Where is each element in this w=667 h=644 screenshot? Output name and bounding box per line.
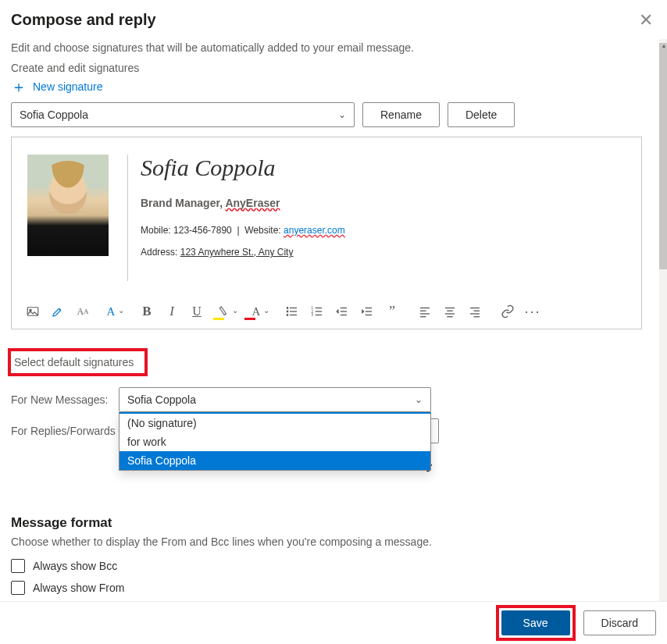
page-subtitle: Edit and choose signatures that will be …: [11, 41, 656, 54]
checkbox-label: Always show From: [33, 582, 124, 594]
signature-editor-content[interactable]: Sofia Coppola Brand Manager, AnyEraser M…: [20, 142, 632, 294]
link-icon[interactable]: [498, 301, 518, 322]
for-new-label: For New Messages:: [11, 393, 119, 406]
chevron-down-icon: ⌄: [338, 109, 346, 120]
always-show-bcc-checkbox[interactable]: Always show Bcc: [11, 559, 656, 573]
new-signature-label: New signature: [33, 80, 103, 93]
message-format-heading: Message format: [11, 515, 656, 531]
avatar: [27, 155, 109, 256]
divider: [11, 507, 656, 509]
close-icon[interactable]: ✕: [636, 12, 656, 29]
checkbox-label: Always show Bcc: [33, 560, 117, 572]
checkbox-icon: [11, 581, 25, 595]
save-button[interactable]: Save: [501, 610, 570, 635]
page-title: Compose and reply: [11, 11, 156, 29]
align-left-icon[interactable]: [415, 301, 435, 322]
signature-name: Sofia Coppola: [141, 155, 626, 181]
divider: [11, 34, 656, 35]
quote-icon[interactable]: ”: [382, 301, 402, 322]
signature-editor[interactable]: Sofia Coppola Brand Manager, AnyEraser M…: [11, 137, 642, 329]
dropdown-option[interactable]: (No signature): [119, 414, 430, 432]
signature-role: Brand Manager, AnyEraser: [141, 197, 626, 209]
number-list-icon[interactable]: 123: [307, 301, 327, 322]
discard-button[interactable]: Discard: [583, 610, 656, 635]
new-messages-select[interactable]: Sofia Coppola ⌄: [119, 387, 431, 412]
bullet-list-icon[interactable]: [282, 301, 302, 322]
highlight-box: Save: [496, 605, 576, 641]
create-edit-label: Create and edit signatures: [11, 62, 656, 74]
scrollbar-thumb[interactable]: [659, 43, 667, 269]
font-size-icon[interactable]: AA: [73, 301, 93, 322]
highlight-box: Select default signatures: [8, 348, 148, 376]
footer: Save Discard: [0, 601, 667, 644]
delete-button[interactable]: Delete: [448, 102, 515, 127]
font-color-icon[interactable]: A: [243, 301, 269, 322]
signature-select[interactable]: Sofia Coppola ⌄: [11, 102, 355, 127]
indent-icon[interactable]: [357, 301, 377, 322]
svg-point-5: [287, 308, 288, 309]
signature-contact: Mobile: 123-456-7890 | Website: anyerase…: [141, 225, 626, 236]
highlighter-icon[interactable]: [48, 301, 68, 322]
dropdown-option[interactable]: for work: [119, 432, 430, 451]
rename-button[interactable]: Rename: [362, 102, 440, 127]
underline-button[interactable]: U: [187, 301, 207, 322]
message-format-desc: Choose whether to display the From and B…: [11, 535, 656, 548]
insert-image-icon[interactable]: [23, 301, 43, 322]
svg-text:3: 3: [312, 313, 314, 317]
chevron-down-icon: ⌄: [415, 394, 423, 405]
italic-button[interactable]: I: [162, 301, 182, 322]
editor-toolbar: AA A B I U A 123 ” ···: [12, 294, 622, 329]
text-highlight-icon[interactable]: [212, 301, 238, 322]
align-center-icon[interactable]: [440, 301, 460, 322]
bold-button[interactable]: B: [137, 301, 157, 322]
new-signature-button[interactable]: ＋ New signature: [11, 79, 656, 94]
dropdown-option[interactable]: Sofia Coppola: [119, 451, 430, 470]
always-show-from-checkbox[interactable]: Always show From: [11, 581, 656, 595]
align-right-icon[interactable]: [465, 301, 485, 322]
font-format-icon[interactable]: A: [98, 301, 124, 322]
plus-icon: ＋: [11, 79, 27, 94]
default-signatures-heading: Select default signatures: [14, 356, 134, 368]
new-messages-select-value: Sofia Coppola: [127, 393, 196, 406]
signature-dropdown-list: (No signature) for work Sofia Coppola: [119, 412, 431, 471]
svg-point-6: [287, 311, 288, 312]
more-icon[interactable]: ···: [523, 301, 543, 322]
signature-address: Address: 123 Anywhere St., Any City: [141, 247, 626, 258]
for-replies-label: For Replies/Forwards: [11, 425, 119, 437]
website-link[interactable]: anyeraser.com: [284, 225, 345, 236]
checkbox-icon: [11, 559, 25, 573]
outdent-icon[interactable]: [332, 301, 352, 322]
svg-point-7: [287, 315, 288, 316]
signature-select-value: Sofia Coppola: [20, 109, 88, 121]
scroll-up-icon[interactable]: ▴: [662, 42, 665, 49]
